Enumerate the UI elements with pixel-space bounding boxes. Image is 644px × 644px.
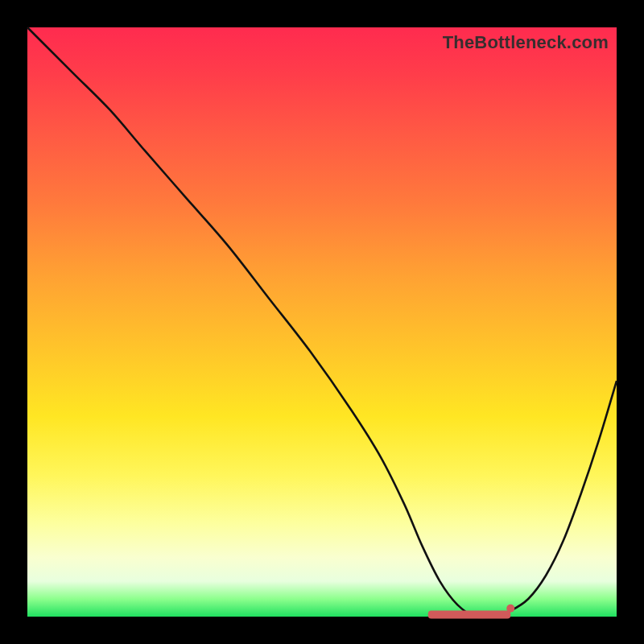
curve-line <box>27 27 617 617</box>
chart-frame: TheBottleneck.com <box>0 0 644 644</box>
sweet-spot-end-dot <box>506 605 514 613</box>
sweet-spot-marker <box>428 611 510 619</box>
chart-plot-area: TheBottleneck.com <box>27 27 617 617</box>
bottleneck-curve <box>27 27 617 617</box>
